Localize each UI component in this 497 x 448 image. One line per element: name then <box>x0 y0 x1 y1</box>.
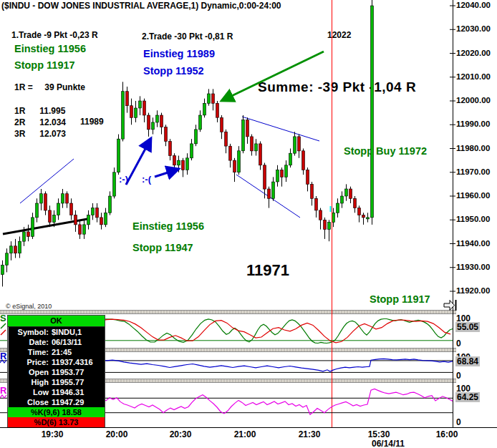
date-label: 06/14/11 <box>372 439 405 448</box>
panel-indicator-letter: S <box>0 313 6 323</box>
price-axis-label: 11960.00 <box>456 191 490 200</box>
time-axis-label: 20:00 <box>106 429 128 439</box>
time-axis-label: 15:30 <box>368 429 390 439</box>
data-window-row: Low 11946.31 <box>8 387 105 397</box>
time-axis-label: 19:30 <box>42 429 64 439</box>
panel-value-box: 64.25 <box>455 392 480 402</box>
panel-indicator-letter: R <box>0 385 6 396</box>
esignal-chart-window: ($INDU - DOW JONES INDUSTRIAL AVERAGE,1)… <box>0 0 497 448</box>
data-window[interactable]: OK Symbol: $INDU,1 Date: 06/13/11 Time: … <box>7 315 105 427</box>
data-window-row: Time: 21:45 <box>8 347 105 357</box>
price-axis-label: 12010.00 <box>456 72 491 81</box>
price-axis-label: 12020.00 <box>456 49 491 57</box>
panel-indicator-letter: R <box>0 351 6 361</box>
data-window-row: Close 11947.29 <box>8 397 105 407</box>
time-axis-label: 21:00 <box>234 429 256 439</box>
price-axis-label: 11940.00 <box>456 239 490 248</box>
data-window-ok-header[interactable]: OK <box>8 316 105 327</box>
data-window-row: Date: 06/13/11 <box>8 337 105 347</box>
data-window-row: Price: 11937.4316 <box>8 357 105 367</box>
price-axis-label: 11980.00 <box>456 144 490 152</box>
price-axis-label: 11930.00 <box>456 263 490 271</box>
data-window-row: Symbol: $INDU,1 <box>8 327 105 337</box>
time-axis-label: 20:30 <box>170 429 192 439</box>
price-axis-label: 11950.00 <box>456 215 490 223</box>
time-axis-label: 21:30 <box>299 429 321 439</box>
price-axis-label: 11990.00 <box>456 120 490 128</box>
time-axis-label: 16:00 <box>436 429 458 439</box>
panel-scale-zero-label: 0 <box>456 371 461 381</box>
price-axis-label: 12040.00 <box>456 1 491 9</box>
panel-scale-zero-label: 0 <box>456 339 461 349</box>
price-axis-label: 12000.00 <box>456 96 491 104</box>
panel-value-box: 68.84 <box>455 356 480 366</box>
price-axis-label: 12030.00 <box>456 24 491 33</box>
data-window-row: Open 11953.77 <box>8 367 105 377</box>
panel-scale-zero-label: 0 <box>456 417 461 427</box>
data-window-d-row: %D(6) 13.73 <box>8 417 105 427</box>
panel-divider[interactable] <box>0 310 456 314</box>
panel-value-box: 55.05 <box>455 322 480 332</box>
data-window-k-row: %K(9,6) 18.58 <box>8 407 105 417</box>
price-axis-label: 11970.00 <box>456 167 490 176</box>
price-axis-label: 11920.00 <box>456 286 490 295</box>
data-window-row: High 11955.77 <box>8 377 105 387</box>
